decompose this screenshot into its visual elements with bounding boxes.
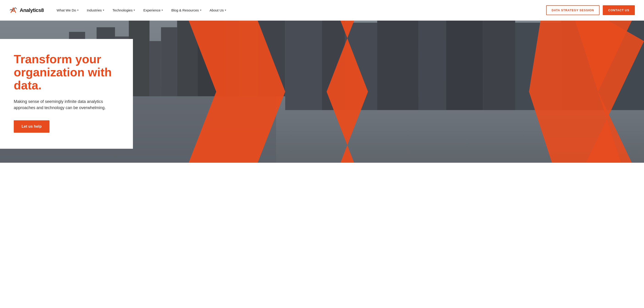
chevron-down-icon: ▾ <box>225 9 226 12</box>
data-strategy-session-button[interactable]: DATA STRATEGY SESSION <box>546 5 600 15</box>
svg-rect-22 <box>419 20 446 110</box>
hero-section: Transform your organization with data. M… <box>0 20 644 163</box>
svg-rect-21 <box>377 20 419 110</box>
svg-rect-18 <box>285 20 322 110</box>
svg-rect-24 <box>483 20 516 110</box>
chevron-down-icon: ▾ <box>103 9 104 12</box>
chevron-down-icon: ▾ <box>77 9 78 12</box>
contact-us-button[interactable]: CONTACT US <box>603 5 635 15</box>
nav-item-technologies[interactable]: Technologies ▾ <box>109 6 139 14</box>
nav-item-what-we-do[interactable]: What We Do ▾ <box>53 6 82 14</box>
nav-item-industries[interactable]: Industries ▾ <box>83 6 108 14</box>
svg-rect-23 <box>446 20 483 110</box>
nav-item-about-us[interactable]: About Us ▾ <box>206 6 230 14</box>
nav-item-experience[interactable]: Experience ▾ <box>140 6 166 14</box>
navbar: Analytics8 What We Do ▾ Industries ▾ Tec… <box>0 0 644 20</box>
svg-rect-10 <box>161 27 177 96</box>
hero-card: Transform your organization with data. M… <box>0 39 133 149</box>
chevron-down-icon: ▾ <box>162 9 163 12</box>
chevron-down-icon: ▾ <box>200 9 202 12</box>
nav-ctas: DATA STRATEGY SESSION CONTACT US <box>546 5 635 15</box>
logo-icon <box>9 6 18 14</box>
nav-item-blog-resources[interactable]: Blog & Resources ▾ <box>168 6 205 14</box>
hero-heading: Transform your organization with data. <box>14 53 119 92</box>
hero-subtext: Making sense of seemingly infinite data … <box>14 98 119 112</box>
logo-link[interactable]: Analytics8 <box>9 6 44 14</box>
chevron-down-icon: ▾ <box>134 9 135 12</box>
brand-name: Analytics8 <box>20 7 44 13</box>
svg-rect-9 <box>150 41 161 96</box>
nav-links: What We Do ▾ Industries ▾ Technologies ▾… <box>53 6 546 14</box>
hero-cta-button[interactable]: Let us help <box>14 120 50 133</box>
